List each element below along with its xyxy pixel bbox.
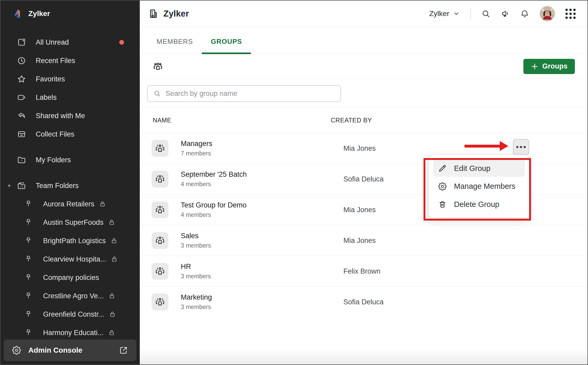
shared-arrow-icon xyxy=(17,111,26,121)
group-name-cell: Managers 7 members xyxy=(181,140,343,157)
group-search-input[interactable] xyxy=(166,90,335,98)
admin-console-button[interactable]: Admin Console xyxy=(4,340,136,361)
menu-item-label: Edit Group xyxy=(454,164,491,173)
header-divider xyxy=(470,8,471,19)
team-folder-list: Aurora Retailers xyxy=(1,195,140,342)
plus-icon xyxy=(531,62,539,70)
pushpin-icon xyxy=(24,200,33,208)
folder-icon xyxy=(17,155,26,165)
sidebar-item-recent-files[interactable]: Recent Files xyxy=(1,51,140,70)
header-actions: Zylker xyxy=(429,6,575,21)
pencil-icon xyxy=(438,164,447,173)
sidebar-item-all-unread[interactable]: All Unread xyxy=(1,33,140,51)
org-switcher[interactable]: Zylker xyxy=(429,9,460,18)
team-folder-label: BrightPath Logistics xyxy=(43,237,106,245)
external-link-icon xyxy=(119,346,128,355)
star-icon xyxy=(17,74,26,84)
groups-people-icon[interactable] xyxy=(153,61,163,71)
sidebar-team-folder[interactable]: Austin SuperFoods xyxy=(1,213,140,232)
chevron-down-icon[interactable]: ▾ xyxy=(8,182,11,189)
lock-icon xyxy=(108,219,115,226)
nav-spacer xyxy=(1,143,140,151)
team-folder-label: Aurora Retailers xyxy=(43,200,94,208)
sidebar-team-folder[interactable]: BrightPath Logistics xyxy=(1,232,140,250)
pushpin-icon xyxy=(24,328,33,337)
gear-icon xyxy=(12,346,21,355)
menu-item-delete-group[interactable]: Delete Group xyxy=(433,196,525,213)
tab-members[interactable]: MEMBERS xyxy=(148,38,202,54)
group-name: Marketing xyxy=(181,293,343,301)
sidebar-item-my-folders[interactable]: My Folders xyxy=(1,151,140,169)
sidebar-item-shared-with-me[interactable]: Shared with Me xyxy=(1,107,140,125)
sidebar-item-label: My Folders xyxy=(36,156,71,164)
app-window: Zylker All Unread Recent xyxy=(0,0,588,365)
sidebar-team-folder[interactable]: Crestline Agro Ve... xyxy=(1,287,140,305)
sidebar-team-folder[interactable]: Company policies xyxy=(1,268,140,287)
add-groups-button[interactable]: Groups xyxy=(523,59,575,74)
table-row[interactable]: Marketing 3 members Sofia Deluca xyxy=(140,286,587,317)
lock-icon xyxy=(111,256,118,263)
team-folder-label: Clearview Hospita... xyxy=(43,255,106,263)
lock-icon xyxy=(109,293,115,299)
announcement-icon[interactable] xyxy=(501,9,510,18)
nav-spacer xyxy=(1,169,140,176)
sidebar-item-label: Team Folders xyxy=(36,182,79,190)
user-avatar[interactable] xyxy=(540,6,555,21)
menu-item-manage-members[interactable]: Manage Members xyxy=(433,178,525,195)
table-row[interactable]: HR 3 members Felix Brown xyxy=(140,256,587,286)
pushpin-icon xyxy=(24,292,33,300)
table-header: NAME CREATED BY xyxy=(140,107,587,133)
menu-item-edit-group[interactable]: Edit Group xyxy=(433,160,525,177)
bell-icon[interactable] xyxy=(520,9,529,18)
sidebar-item-collect-files[interactable]: Collect Files xyxy=(1,125,140,143)
annotation-arrow xyxy=(465,141,508,151)
group-name: Sales xyxy=(181,232,343,240)
menu-item-label: Manage Members xyxy=(454,182,515,191)
table-row[interactable]: Sales 3 members Mia Jones xyxy=(140,225,587,256)
sidebar-item-label: All Unread xyxy=(36,38,69,46)
pushpin-icon xyxy=(24,273,33,282)
group-name: Managers xyxy=(181,140,343,148)
row-actions-more-button[interactable] xyxy=(513,139,529,155)
group-created-by: Mia Jones xyxy=(343,237,587,245)
sidebar-team-folder[interactable]: Harmony Educati... xyxy=(1,324,140,342)
row-actions-context-menu: Edit Group Manage Members xyxy=(429,155,529,218)
page-title-text: Zylker xyxy=(163,9,189,19)
apps-grid-icon[interactable] xyxy=(565,9,575,19)
pushpin-icon xyxy=(24,255,33,263)
group-member-count: 3 members xyxy=(181,304,343,311)
search-icon[interactable] xyxy=(481,9,490,18)
sidebar-item-label: Labels xyxy=(36,93,57,102)
sidebar-item-label: Favorites xyxy=(36,75,65,83)
group-name-cell: Test Group for Demo 4 members xyxy=(181,201,343,218)
groups-toolbar: Groups xyxy=(140,54,587,79)
group-member-count: 7 members xyxy=(181,150,343,157)
sidebar-item-labels[interactable]: Labels xyxy=(1,88,140,107)
group-name: September '25 Batch xyxy=(181,170,343,179)
zylker-logo-icon xyxy=(12,8,24,20)
sidebar-nav: All Unread Recent Files Favorites xyxy=(1,27,140,342)
lock-icon xyxy=(108,329,115,336)
group-name: Test Group for Demo xyxy=(181,201,343,209)
team-folder-label: Harmony Educati... xyxy=(43,329,104,337)
add-groups-button-label: Groups xyxy=(542,62,568,70)
group-tile-icon xyxy=(152,140,168,157)
sidebar-team-folder[interactable]: Clearview Hospita... xyxy=(1,250,140,268)
group-tile-icon xyxy=(152,201,168,218)
group-tile-icon xyxy=(152,171,168,187)
search-area xyxy=(140,79,587,107)
team-folder-icon xyxy=(17,181,26,190)
sidebar-team-folder[interactable]: Greenfield Constr... xyxy=(1,305,140,324)
sidebar-item-favorites[interactable]: Favorites xyxy=(1,70,140,88)
lock-icon xyxy=(109,311,116,318)
sidebar-team-folder[interactable]: Aurora Retailers xyxy=(1,195,140,213)
group-created-by: Sofia Deluca xyxy=(343,298,587,306)
collect-tray-icon xyxy=(17,129,26,139)
group-name-cell: Marketing 3 members xyxy=(181,293,343,311)
top-header: Zylker Zylker xyxy=(140,1,587,27)
sidebar-item-team-folders[interactable]: ▾ Team Folders xyxy=(1,176,140,195)
tab-groups[interactable]: GROUPS xyxy=(202,38,251,54)
group-member-count: 4 members xyxy=(181,211,343,218)
search-icon xyxy=(153,90,161,97)
group-member-count: 4 members xyxy=(181,181,343,188)
